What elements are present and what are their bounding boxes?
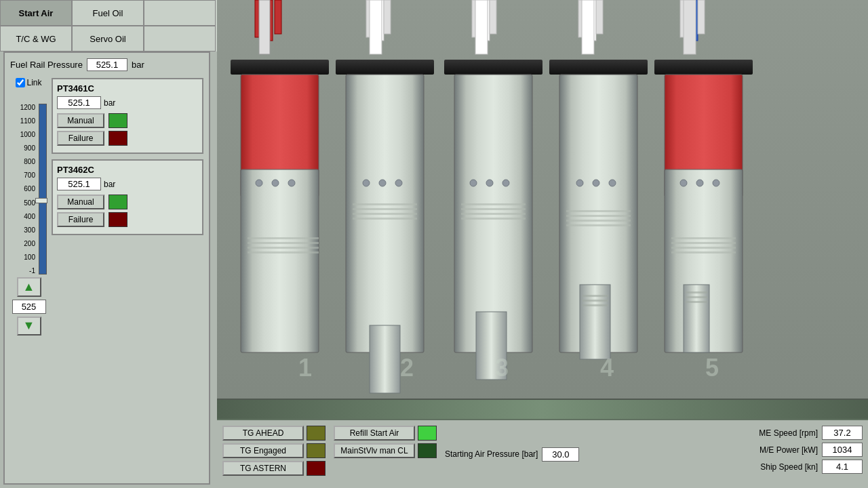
svg-rect-48	[596, 0, 603, 34]
svg-rect-67	[684, 0, 696, 54]
main-st-vlv-row: MainStVlv man CL	[334, 443, 437, 458]
svg-point-24	[395, 180, 402, 186]
svg-rect-68	[654, 60, 753, 75]
top-navigation: Start Air T/C & WG Fuel Oil Servo Oil	[0, 0, 217, 52]
left-panel: Fuel Rail Pressure 525.1 bar Link 1200 1…	[3, 52, 210, 485]
fuel-rail-row: Fuel Rail Pressure 525.1 bar	[10, 58, 203, 71]
svg-rect-75	[671, 242, 736, 244]
sensor-2-value-row: 525.1 bar	[57, 178, 198, 190]
nav-tc-wg[interactable]: Fuel Oil	[72, 0, 144, 26]
nav-crankangle[interactable]	[144, 0, 216, 26]
ship-speed-row: Ship Speed [kn] 4.1	[759, 460, 863, 474]
svg-text:1: 1	[298, 354, 312, 382]
svg-point-10	[288, 180, 295, 186]
svg-rect-35	[444, 60, 542, 75]
sensor-1-value: 525.1	[57, 96, 101, 109]
svg-rect-29	[370, 325, 400, 393]
scale-slider[interactable]	[35, 198, 47, 203]
svg-point-37	[470, 180, 477, 186]
sensor-2-manual-btn[interactable]: Manual	[57, 195, 104, 209]
svg-rect-58	[566, 224, 631, 226]
sensor-2-value: 525.1	[57, 178, 101, 190]
setpoint-value[interactable]: 525	[12, 300, 46, 314]
svg-rect-80	[686, 296, 707, 298]
svg-rect-61	[582, 300, 608, 302]
ship-speed-label: Ship Speed [kn]	[760, 462, 818, 472]
svg-rect-34	[475, 0, 488, 54]
nav-col-1: Start Air T/C & WG	[0, 0, 72, 52]
sensor-2-manual-status	[108, 195, 127, 209]
svg-rect-20	[336, 60, 434, 75]
sensor-1-value-row: 525.1 bar	[57, 96, 198, 109]
svg-rect-84	[217, 399, 868, 400]
svg-point-9	[272, 180, 279, 186]
svg-rect-7	[241, 169, 319, 352]
svg-rect-57	[566, 220, 631, 222]
svg-rect-43	[461, 218, 526, 220]
svg-point-71	[680, 180, 687, 186]
down-arrow-button[interactable]: ▼	[17, 317, 41, 336]
svg-rect-83	[217, 400, 868, 419]
link-checkbox[interactable]	[16, 78, 25, 87]
scale-container: 1200 1100 1000 900 800 700 600 500 400 3…	[10, 104, 47, 274]
fuel-rail-label: Fuel Rail Pressure	[10, 60, 83, 70]
refill-start-air-indicator	[418, 426, 437, 441]
sensor-1-failure-status	[108, 131, 127, 146]
fuel-rail-value: 525.1	[87, 58, 127, 71]
svg-point-8	[256, 180, 262, 186]
nav-col-3	[144, 0, 216, 52]
tg-engaged-button[interactable]: TG Engaged	[222, 443, 304, 458]
sensor-card-1: PT3461C 525.1 bar Manual Failure	[52, 78, 203, 154]
svg-rect-28	[353, 218, 417, 220]
refill-start-air-row: Refill Start Air	[334, 426, 437, 441]
engine-background-svg: 1 2	[217, 0, 868, 420]
sensor-1-failure-btn[interactable]: Failure	[57, 131, 104, 146]
sensor-1-title: PT3461C	[57, 83, 198, 94]
starting-air-label: Starting Air Pressure [bar]	[445, 449, 538, 459]
link-check: Link	[16, 78, 41, 87]
svg-rect-41	[461, 208, 526, 210]
sensor-2-failure-btn[interactable]: Failure	[57, 212, 104, 227]
svg-text:2: 2	[400, 354, 414, 382]
tg-astern-button[interactable]: TG ASTERN	[222, 461, 304, 476]
tg-astern-row: TG ASTERN	[222, 461, 326, 476]
sensors-col: PT3461C 525.1 bar Manual Failure PT3462C	[52, 78, 203, 336]
nav-start-air[interactable]: Start Air	[0, 0, 72, 26]
up-arrow-button[interactable]: ▲	[17, 277, 41, 296]
tg-engaged-indicator	[307, 443, 326, 458]
svg-rect-50	[549, 60, 648, 75]
me-power-value: 1034	[822, 443, 863, 457]
scale-bar	[39, 104, 47, 274]
fuel-rail-unit: bar	[132, 60, 144, 70]
svg-point-23	[379, 180, 386, 186]
me-power-row: M/E Power [kW] 1034	[759, 443, 863, 457]
tg-ahead-button[interactable]: TG AHEAD	[222, 426, 304, 441]
svg-rect-66	[698, 0, 705, 34]
me-speed-value: 37.2	[822, 426, 863, 440]
svg-rect-62	[582, 304, 608, 306]
sensor-1-failure-row: Failure	[57, 131, 198, 146]
tg-engaged-row: TG Engaged	[222, 443, 326, 458]
gauge-area: Link 1200 1100 1000 900 800 700 600 500 …	[10, 78, 203, 336]
nav-scav-air[interactable]	[144, 26, 216, 52]
svg-rect-55	[566, 210, 631, 212]
nav-fuel-oil[interactable]: T/C & WG	[0, 26, 72, 52]
svg-rect-27	[353, 213, 417, 215]
sensor-1-manual-status	[108, 113, 127, 128]
svg-point-39	[502, 180, 509, 186]
main-st-vlv-button[interactable]: MainStVlv man CL	[334, 443, 415, 458]
nav-servo-oil[interactable]: Servo Oil	[72, 26, 144, 52]
svg-text:5: 5	[705, 354, 719, 382]
sensor-1-manual-btn[interactable]: Manual	[57, 113, 104, 128]
svg-rect-19	[370, 0, 382, 54]
sensor-1-unit: bar	[104, 98, 115, 108]
svg-rect-78	[684, 285, 709, 352]
gauge-controls: Link 1200 1100 1000 900 800 700 600 500 …	[10, 78, 47, 336]
refill-start-air-button[interactable]: Refill Start Air	[334, 426, 415, 441]
svg-rect-12	[248, 242, 319, 244]
svg-rect-76	[671, 247, 736, 249]
svg-rect-42	[461, 213, 526, 215]
svg-point-38	[486, 180, 493, 186]
tg-ahead-indicator	[307, 426, 326, 441]
svg-rect-81	[686, 301, 707, 303]
